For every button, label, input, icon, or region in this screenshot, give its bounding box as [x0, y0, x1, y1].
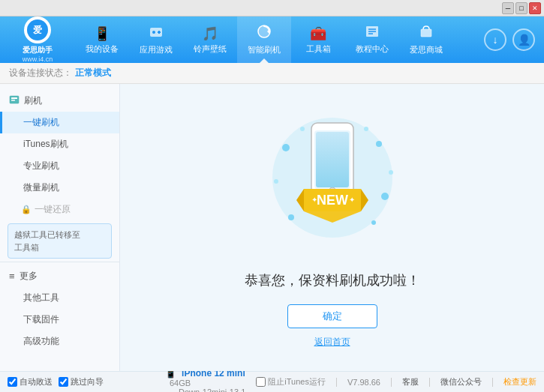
bottom-right: 阻止iTunes运行 V7.98.66 客服 微信公众号 检查更新	[256, 376, 536, 388]
sidebar-item-other-tools[interactable]: 其他工具	[0, 287, 119, 309]
svg-text:NEW: NEW	[317, 193, 348, 208]
logo-icon: 爱	[27, 19, 48, 40]
bottom-divider-3	[429, 378, 430, 387]
success-text: 恭喜您，保资料刷机成功啦！	[245, 271, 420, 289]
sidebar-item-micro-flash[interactable]: 微量刷机	[0, 177, 119, 199]
bottom-bar: 自动敗送 跳过向导 📱 iPhone 12 mini 64GB Down-12m…	[0, 371, 544, 392]
auto-flash-checkbox[interactable]: 自动敗送	[8, 376, 53, 388]
sidebar-flash-label: 刷机	[24, 94, 42, 107]
sidebar-divider	[0, 262, 119, 262]
svg-point-19	[288, 214, 294, 220]
device-info: 📱 iPhone 12 mini 64GB Down-12mini-13,1	[158, 368, 256, 393]
auto-flash-label: 自动敗送	[20, 376, 53, 388]
nav-app-game[interactable]: 应用游戏	[129, 16, 183, 63]
sidebar-item-pro-flash[interactable]: 专业刷机	[0, 155, 119, 177]
sidebar: 刷机 一键刷机 iTunes刷机 专业刷机 微量刷机 🔒 一键还原 越狱工具已转…	[0, 84, 120, 371]
nav-ringtone[interactable]: 🎵 铃声壁纸	[183, 16, 237, 63]
sidebar-more-section: ≡ 更多	[0, 265, 119, 287]
logo-url: www.i4.cn	[23, 55, 53, 63]
nav-smart-flash-icon	[257, 24, 272, 43]
maximize-btn[interactable]: □	[515, 2, 527, 14]
confirm-button[interactable]: 确定	[287, 304, 377, 328]
bottom-divider-2	[391, 378, 392, 387]
svg-point-22	[274, 179, 278, 184]
nav-items: 📱 我的设备 应用游戏 🎵 铃声壁纸 智能刷机 🧰 工具箱	[75, 16, 484, 63]
nav-toolbox-label: 工具箱	[306, 43, 331, 55]
link-wechat[interactable]: 微信公众号	[440, 376, 482, 388]
header-right: ↓ 👤	[484, 28, 544, 51]
bottom-left: 自动敗送 跳过向导	[8, 376, 158, 388]
auto-flash-input[interactable]	[8, 377, 17, 387]
lock-icon: 🔒	[21, 205, 32, 214]
nav-smart-flash-label: 智能刷机	[248, 44, 281, 55]
logo-title: 爱思助手	[23, 45, 53, 55]
flash-section-icon	[9, 94, 20, 107]
stop-itunes-label: 阻止iTunes运行	[268, 376, 326, 388]
stop-itunes-checkbox[interactable]	[256, 377, 266, 387]
skip-wizard-input[interactable]	[59, 377, 68, 387]
nav-toolbox-icon: 🧰	[310, 25, 326, 42]
svg-point-23	[389, 170, 393, 175]
svg-point-15	[282, 144, 290, 151]
svg-rect-3	[158, 31, 161, 33]
nav-smart-flash[interactable]: 智能刷机	[237, 16, 291, 63]
nav-my-device[interactable]: 📱 我的设备	[75, 16, 129, 63]
main-layout: 刷机 一键刷机 iTunes刷机 专业刷机 微量刷机 🔒 一键还原 越狱工具已转…	[0, 84, 544, 371]
skip-wizard-checkbox[interactable]: 跳过向导	[59, 376, 104, 388]
svg-text:✦: ✦	[311, 196, 317, 204]
version-label: V7.98.66	[347, 378, 380, 387]
nav-app-game-label: 应用游戏	[140, 44, 173, 55]
svg-point-21	[364, 127, 368, 131]
bottom-divider-4	[492, 378, 493, 387]
link-service[interactable]: 客服	[402, 376, 419, 388]
svg-text:✦: ✦	[349, 196, 355, 204]
logo-area: 爱 爱思助手 www.i4.cn	[0, 10, 75, 69]
device-storage: 64GB	[170, 379, 191, 388]
sidebar-item-itunes-flash[interactable]: iTunes刷机	[0, 133, 119, 155]
sidebar-one-key-restore-disabled: 🔒 一键还原	[0, 199, 119, 220]
user-btn[interactable]: 👤	[512, 28, 535, 51]
status-label: 设备连接状态：	[9, 67, 72, 79]
nav-shop-label: 爱思商城	[410, 44, 443, 55]
nav-tutorial[interactable]: 教程中心	[345, 16, 399, 63]
sidebar-flash-section[interactable]: 刷机	[0, 90, 119, 112]
back-link[interactable]: 返回首页	[314, 336, 350, 349]
svg-rect-13	[11, 100, 15, 101]
svg-rect-12	[11, 97, 17, 99]
close-btn[interactable]: ✕	[529, 2, 541, 14]
skip-wizard-label: 跳过向导	[71, 376, 104, 388]
download-btn[interactable]: ↓	[484, 28, 506, 51]
nav-ringtone-label: 铃声壁纸	[194, 43, 227, 55]
status-bar: 设备连接状态： 正常模式	[0, 63, 544, 84]
nav-my-device-icon: 📱	[94, 25, 110, 42]
device-firmware: Down-12mini-13,1	[179, 388, 245, 393]
svg-point-17	[381, 193, 389, 200]
svg-rect-27	[316, 132, 349, 187]
illustration-svg: NEW ✦ ✦	[257, 106, 407, 256]
sidebar-item-download-firmware[interactable]: 下载固件	[0, 309, 119, 331]
minimize-btn[interactable]: ─	[502, 2, 514, 14]
nav-shop-icon	[419, 24, 434, 43]
success-illustration: NEW ✦ ✦	[257, 106, 407, 256]
sidebar-notice: 越狱工具已转移至工具箱	[8, 223, 112, 259]
header: 爱 爱思助手 www.i4.cn 📱 我的设备 应用游戏 🎵 铃声壁纸 智能刷机…	[0, 16, 544, 63]
title-bar: ─ □ ✕	[0, 0, 544, 16]
sidebar-item-one-key-flash[interactable]: 一键刷机	[0, 112, 119, 133]
sidebar-item-advanced[interactable]: 高级功能	[0, 331, 119, 352]
nav-shop[interactable]: 爱思商城	[399, 16, 453, 63]
content-area: NEW ✦ ✦ 恭喜您，保资料刷机成功啦！ 确定 返回首页	[120, 84, 544, 371]
stop-itunes: 阻止iTunes运行	[256, 376, 326, 388]
svg-point-20	[300, 127, 305, 131]
nav-my-device-label: 我的设备	[86, 43, 119, 55]
bottom-divider-1	[336, 378, 337, 387]
nav-tutorial-icon	[365, 25, 380, 42]
link-update[interactable]: 检查更新	[503, 376, 536, 388]
svg-rect-10	[421, 29, 431, 37]
status-value: 正常模式	[75, 67, 111, 79]
more-icon: ≡	[9, 271, 15, 282]
nav-toolbox[interactable]: 🧰 工具箱	[291, 16, 345, 63]
svg-point-1	[152, 31, 155, 34]
nav-ringtone-icon: 🎵	[202, 25, 218, 42]
svg-point-16	[376, 141, 382, 147]
logo-circle: 爱	[24, 16, 51, 43]
